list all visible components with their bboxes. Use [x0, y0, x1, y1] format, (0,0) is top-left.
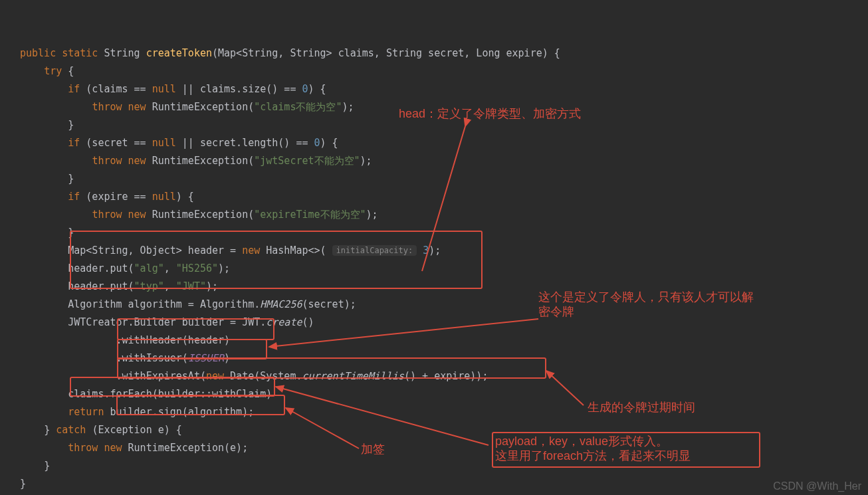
params: (Map<String, String> claims, String secr…: [212, 47, 560, 59]
type: String: [104, 47, 146, 59]
kw: if: [68, 83, 86, 95]
inlay-hint: initialCapacity:: [332, 245, 417, 256]
watermark: CSDN @With_Her: [773, 480, 861, 492]
kw: static: [62, 47, 104, 59]
fn: createToken: [146, 47, 212, 59]
kw: try: [44, 65, 68, 77]
code-block: public static String createToken(Map<Str…: [0, 0, 868, 495]
kw: public: [20, 47, 62, 59]
